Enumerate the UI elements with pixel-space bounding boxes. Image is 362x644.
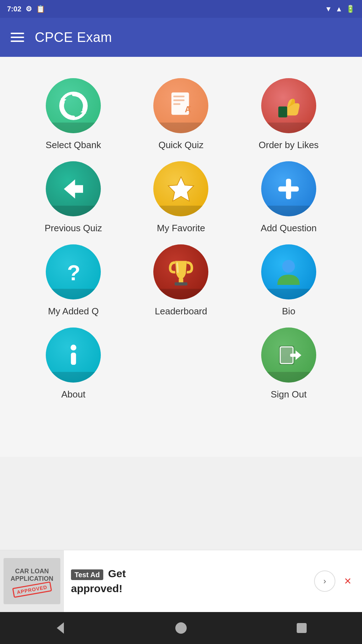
svg-text:?: ? xyxy=(67,260,80,285)
menu-item-order-by-likes[interactable]: Order by Likes xyxy=(237,78,341,151)
thumbs-up-icon xyxy=(273,90,305,122)
bio-icon-circle xyxy=(261,244,316,299)
nav-home-icon xyxy=(173,620,189,636)
order-by-likes-label: Order by Likes xyxy=(259,140,319,151)
svg-point-17 xyxy=(282,260,295,272)
menu-item-select-qbank[interactable]: Select Qbank xyxy=(21,78,125,151)
svg-rect-4 xyxy=(173,96,185,97)
leaderboard-label: Leaderboard xyxy=(155,306,207,317)
settings-icon: ⚙ xyxy=(26,5,32,13)
menu-item-quick-quiz[interactable]: A + Quick Quiz xyxy=(129,78,233,151)
status-right: ▼ ▲ 🔋 xyxy=(325,5,355,13)
sign-out-icon-circle xyxy=(261,328,316,383)
svg-rect-13 xyxy=(279,186,299,191)
sign-out-icon xyxy=(273,339,305,371)
nav-home-button[interactable] xyxy=(173,620,189,636)
hamburger-menu[interactable] xyxy=(11,33,24,42)
about-icon-circle xyxy=(46,328,101,383)
status-time: 7:02 xyxy=(7,5,21,13)
test-ad-badge: Test Ad xyxy=(71,569,103,580)
my-favorite-icon-circle xyxy=(153,161,208,216)
previous-quiz-icon-circle xyxy=(46,161,101,216)
nav-recents-icon xyxy=(294,620,309,636)
menu-item-add-question[interactable]: Add Question xyxy=(237,161,341,234)
add-question-label: Add Question xyxy=(261,223,317,234)
nav-bar xyxy=(0,612,362,644)
svg-rect-19 xyxy=(71,352,76,364)
svg-point-18 xyxy=(71,345,76,350)
info-icon xyxy=(57,339,89,371)
plus-icon xyxy=(273,173,305,205)
menu-item-my-added-q[interactable]: ? My Added Q xyxy=(21,244,125,317)
wifi-icon: ▼ xyxy=(325,5,332,13)
trophy-icon xyxy=(165,256,197,288)
svg-rect-6 xyxy=(173,103,180,105)
order-by-likes-icon-circle xyxy=(261,78,316,133)
menu-item-leaderboard[interactable]: Leaderboard xyxy=(129,244,233,317)
leaderboard-icon-circle xyxy=(153,244,208,299)
ad-text: Test Ad Get approved! xyxy=(64,561,314,601)
ad-next-button[interactable]: › xyxy=(314,570,335,592)
sign-out-label: Sign Out xyxy=(271,389,307,400)
nav-back-button[interactable] xyxy=(53,620,68,636)
menu-grid: Select Qbank A + Quick Quiz xyxy=(7,71,355,407)
svg-rect-5 xyxy=(173,99,185,101)
arrow-back-icon xyxy=(57,173,89,205)
bio-label: Bio xyxy=(282,306,296,317)
my-favorite-label: My Favorite xyxy=(157,223,205,234)
ad-close-button[interactable]: ✕ xyxy=(339,572,357,590)
clipboard-icon: 📋 xyxy=(36,5,45,13)
svg-marker-24 xyxy=(57,622,64,634)
about-label: About xyxy=(61,389,86,400)
ad-banner: CAR LOANAPPLICATION APPROVED Test Ad Get… xyxy=(0,550,362,612)
app-title: CPCE Exam xyxy=(35,30,112,45)
svg-rect-16 xyxy=(175,282,187,285)
star-icon xyxy=(165,173,197,205)
svg-marker-10 xyxy=(64,179,83,199)
approved-stamp: APPROVED xyxy=(12,581,52,598)
svg-rect-26 xyxy=(297,623,307,633)
my-added-q-label: My Added Q xyxy=(48,306,99,317)
menu-item-sign-out[interactable]: Sign Out xyxy=(237,328,341,400)
add-question-icon-circle xyxy=(261,161,316,216)
main-content: Select Qbank A + Quick Quiz xyxy=(0,57,362,457)
svg-marker-11 xyxy=(168,177,194,201)
refresh-icon xyxy=(57,90,89,122)
grade-a-icon: A + xyxy=(165,90,197,122)
my-added-q-icon-circle: ? xyxy=(46,244,101,299)
quick-quiz-label: Quick Quiz xyxy=(158,140,203,151)
svg-marker-23 xyxy=(296,350,301,360)
menu-item-my-favorite[interactable]: My Favorite xyxy=(129,161,233,234)
status-left: 7:02 ⚙ 📋 xyxy=(7,5,45,13)
menu-item-about[interactable]: About xyxy=(21,328,125,400)
quick-quiz-icon-circle: A + xyxy=(153,78,208,133)
app-bar: CPCE Exam xyxy=(0,18,362,57)
signal-icon: ▲ xyxy=(335,5,342,13)
svg-point-0 xyxy=(61,93,86,119)
question-mark-icon: ? xyxy=(57,256,89,288)
select-qbank-icon-circle xyxy=(46,78,101,133)
svg-rect-15 xyxy=(179,278,183,283)
status-bar: 7:02 ⚙ 📋 ▼ ▲ 🔋 xyxy=(0,0,362,18)
previous-quiz-label: Previous Quiz xyxy=(45,223,102,234)
menu-item-bio[interactable]: Bio xyxy=(237,244,341,317)
svg-text:+: + xyxy=(188,104,191,109)
ad-image-text: CAR LOANAPPLICATION xyxy=(11,568,54,583)
person-icon xyxy=(273,256,305,288)
ad-image: CAR LOANAPPLICATION APPROVED xyxy=(0,550,64,612)
battery-icon: 🔋 xyxy=(346,5,355,13)
menu-item-previous-quiz[interactable]: Previous Quiz xyxy=(21,161,125,234)
nav-back-icon xyxy=(53,620,68,636)
nav-recents-button[interactable] xyxy=(294,620,309,636)
spacer xyxy=(7,407,355,450)
svg-point-25 xyxy=(175,622,187,634)
svg-rect-9 xyxy=(279,106,287,117)
select-qbank-label: Select Qbank xyxy=(46,140,101,151)
ad-image-inner: CAR LOANAPPLICATION APPROVED xyxy=(4,558,60,604)
